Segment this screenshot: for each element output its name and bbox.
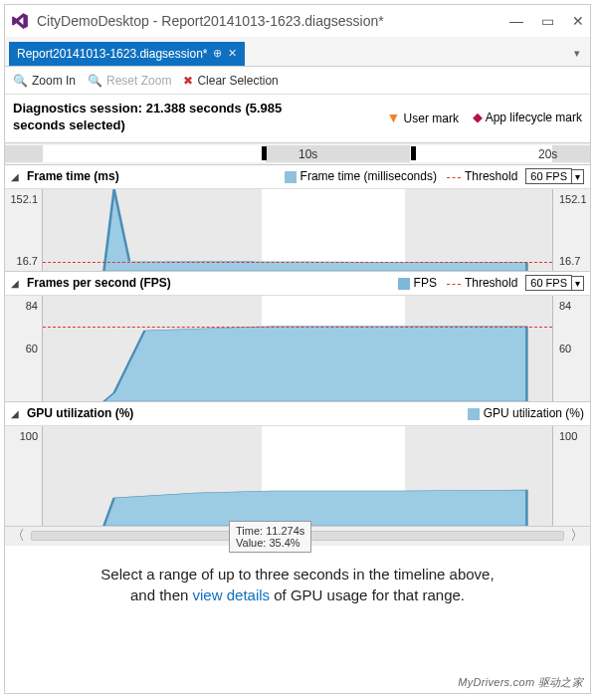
window-title: CityDemoDesktop - Report20141013-1623.di… — [37, 13, 509, 29]
fps-select[interactable]: 60 FPS▾ — [525, 275, 584, 291]
chart-title: Frame time (ms) — [27, 169, 119, 183]
collapse-icon[interactable]: ◢ — [11, 408, 19, 419]
clear-icon: ✖ — [183, 74, 193, 88]
hover-tooltip: Time: 11.274s Value: 35.4% — [229, 521, 311, 553]
legend-marks: ▼ User mark ◆ App lifecycle mark — [386, 110, 582, 125]
reset-zoom-button[interactable]: 🔍Reset Zoom — [88, 74, 171, 88]
series-swatch — [285, 171, 297, 183]
toolbar: 🔍Zoom In 🔍Reset Zoom ✖Clear Selection — [5, 67, 590, 95]
session-text: Diagnostics session: 21.388 seconds (5.9… — [13, 101, 331, 134]
y-axis-right: 8460 — [552, 296, 590, 401]
svg-marker-1 — [103, 327, 526, 401]
y-axis-left: 152.116.7 — [5, 189, 43, 271]
view-details-link[interactable]: view details — [193, 586, 271, 603]
timeline-ruler[interactable]: 10s 20s — [5, 143, 590, 165]
y-axis-left: 100 — [5, 426, 43, 526]
close-icon[interactable]: ✕ — [228, 47, 237, 60]
y-axis-left: 8460 — [5, 296, 43, 401]
zoom-in-button[interactable]: 🔍Zoom In — [13, 74, 76, 88]
plot-area[interactable] — [43, 296, 552, 401]
chart-frame-time: ◢ Frame time (ms) Frame time (millisecon… — [5, 165, 590, 272]
y-axis-right: 152.116.7 — [552, 189, 590, 271]
svg-marker-2 — [103, 490, 526, 526]
timeline-scrollbar[interactable]: 〈 〉 Time: 11.274s Value: 35.4% — [5, 526, 590, 546]
ruler-20s: 20s — [538, 147, 557, 161]
ruler-10s: 10s — [298, 147, 317, 161]
app-window: CityDemoDesktop - Report20141013-1623.di… — [4, 4, 591, 694]
chart-title: Frames per second (FPS) — [27, 276, 171, 290]
series-swatch — [398, 278, 410, 290]
svg-marker-0 — [103, 189, 526, 271]
tab-overflow-icon[interactable]: ▾ — [568, 47, 586, 60]
titlebar: CityDemoDesktop - Report20141013-1623.di… — [5, 5, 590, 37]
visual-studio-icon — [11, 12, 29, 30]
threshold-swatch — [447, 284, 461, 285]
pin-icon[interactable]: ⊕ — [213, 47, 222, 60]
series-swatch — [468, 408, 480, 420]
document-tabbar: Report20141013-1623.diagsession* ⊕ ✕ ▾ — [5, 37, 590, 67]
zoom-out-icon: 🔍 — [88, 74, 102, 88]
session-info-row: Diagnostics session: 21.388 seconds (5.9… — [5, 95, 590, 143]
scroll-right-icon[interactable]: 〉 — [564, 527, 590, 545]
chevron-down-icon: ▾ — [572, 276, 584, 291]
user-mark-icon: ▼ — [386, 110, 400, 125]
maximize-button[interactable]: ▭ — [541, 13, 554, 29]
y-axis-right: 100 — [552, 426, 590, 526]
collapse-icon[interactable]: ◢ — [11, 171, 19, 182]
doc-name: Report20141013-1623.diagsession* — [161, 13, 383, 29]
lifecycle-mark-icon: ◆ — [473, 110, 483, 124]
fps-select[interactable]: 60 FPS▾ — [525, 168, 584, 184]
watermark: MyDrivers.com 驱动之家 — [458, 675, 583, 690]
tab-label: Report20141013-1623.diagsession* — [17, 47, 207, 61]
zoom-in-icon: 🔍 — [13, 74, 28, 88]
tab-report[interactable]: Report20141013-1623.diagsession* ⊕ ✕ — [9, 42, 245, 66]
chart-title: GPU utilization (%) — [27, 406, 133, 420]
app-name: CityDemoDesktop — [37, 13, 149, 29]
hint-message: Select a range of up to three seconds in… — [5, 546, 590, 613]
scroll-left-icon[interactable]: 〈 — [5, 527, 31, 545]
collapse-icon[interactable]: ◢ — [11, 278, 19, 289]
clear-selection-button[interactable]: ✖Clear Selection — [183, 74, 278, 88]
threshold-swatch — [447, 177, 461, 178]
chart-fps: ◢ Frames per second (FPS) FPS Threshold … — [5, 272, 590, 402]
chevron-down-icon: ▾ — [572, 169, 584, 184]
plot-area[interactable] — [43, 426, 552, 526]
plot-area[interactable] — [43, 189, 552, 271]
tooltip-time: Time: 11.274s — [236, 525, 304, 537]
chart-gpu: ◢ GPU utilization (%) GPU utilization (%… — [5, 402, 590, 526]
close-button[interactable]: ✕ — [572, 13, 584, 29]
minimize-button[interactable]: — — [509, 13, 523, 29]
tooltip-value: Value: 35.4% — [236, 537, 304, 549]
